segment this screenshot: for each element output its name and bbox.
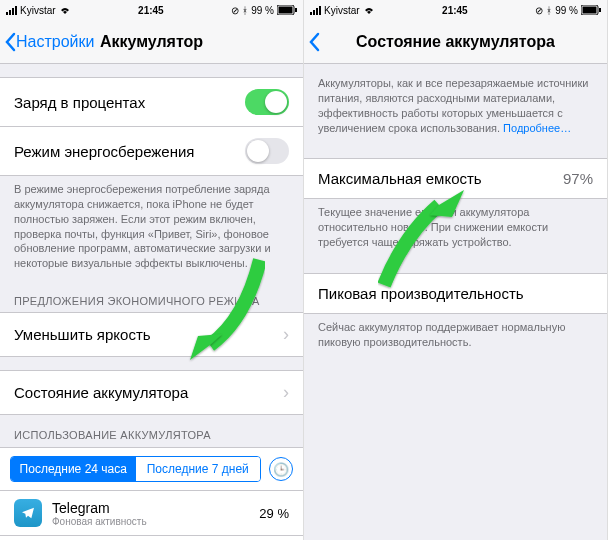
back-button[interactable]: Настройки [0, 32, 94, 52]
suggestions-header: ПРЕДЛОЖЕНИЯ ЭКОНОМИЧНОГО РЕЖИМА [0, 281, 303, 313]
chevron-right-icon: › [283, 324, 289, 345]
row-peak-performance: Пиковая производительность [304, 273, 607, 314]
clock-label: 21:45 [138, 5, 164, 16]
intro-note: Аккумуляторы, как и все перезаряжаемые и… [304, 64, 607, 145]
app-name: Telegram [52, 500, 249, 516]
app-row-instagram[interactable]: Instagram Фоновая активность 19 % [0, 535, 303, 540]
battery-pct: 99 % [555, 5, 578, 16]
row-max-capacity: Максимальная емкость 97% [304, 158, 607, 199]
row-label: Состояние аккумулятора [14, 384, 188, 401]
app-percent: 29 % [259, 506, 289, 521]
chevron-right-icon: › [283, 382, 289, 403]
back-label: Настройки [16, 33, 94, 51]
svg-rect-8 [599, 8, 601, 12]
phone-right: Kyivstar 21:45 ⊘ ᚼ 99 % Состояние аккуму… [304, 0, 608, 540]
battery-icon [581, 5, 601, 15]
max-capacity-note: Текущее значение емкости аккумулятора от… [304, 199, 607, 260]
phone-left: Kyivstar 21:45 ⊘ ᚼ 99 % Настройки Аккуму… [0, 0, 304, 540]
row-label: Режим энергосбережения [14, 143, 194, 160]
segmented-control[interactable]: Последние 24 часа Последние 7 дней [10, 456, 261, 482]
row-label: Максимальная емкость [318, 170, 482, 187]
clock-icon: 🕒 [273, 462, 289, 477]
content-scroll[interactable]: Аккумуляторы, как и все перезаряжаемые и… [304, 64, 607, 540]
svg-rect-2 [295, 8, 297, 12]
signal-icon [6, 6, 17, 15]
row-label: Заряд в процентах [14, 94, 145, 111]
nav-bar: Настройки Аккумулятор [0, 20, 303, 64]
clock-label: 21:45 [442, 5, 468, 16]
nav-title: Состояние аккумулятора [304, 33, 607, 51]
chevron-left-icon [308, 32, 320, 52]
nav-bar: Состояние аккумулятора [304, 20, 607, 64]
app-sub: Фоновая активность [52, 516, 249, 527]
toggle-battery-percent[interactable] [245, 89, 289, 115]
row-battery-percent[interactable]: Заряд в процентах [0, 77, 303, 127]
battery-icon [277, 5, 297, 15]
battery-pct: 99 % [251, 5, 274, 16]
signal-icon [310, 6, 321, 15]
seg-7d[interactable]: Последние 7 дней [136, 457, 261, 481]
toggle-low-power[interactable] [245, 138, 289, 164]
bluetooth-icon: ᚼ [242, 5, 248, 16]
status-bar: Kyivstar 21:45 ⊘ ᚼ 99 % [0, 0, 303, 20]
wifi-icon [59, 6, 71, 15]
svg-rect-1 [279, 7, 293, 14]
app-row-telegram[interactable]: Telegram Фоновая активность 29 % [0, 490, 303, 535]
peak-note: Сейчас аккумулятор поддерживает нормальн… [304, 314, 607, 360]
wifi-icon [363, 6, 375, 15]
clock-button[interactable]: 🕒 [269, 457, 293, 481]
alarm-icon: ⊘ [535, 5, 543, 16]
telegram-icon [14, 499, 42, 527]
status-bar: Kyivstar 21:45 ⊘ ᚼ 99 % [304, 0, 607, 20]
low-power-note: В режиме энергосбережения потребление за… [0, 176, 303, 281]
row-label: Пиковая производительность [318, 285, 524, 302]
carrier-label: Kyivstar [20, 5, 56, 16]
svg-rect-7 [583, 7, 597, 14]
row-label: Уменьшить яркость [14, 326, 151, 343]
content-scroll[interactable]: Заряд в процентах Режим энергосбережения… [0, 64, 303, 540]
row-battery-health[interactable]: Состояние аккумулятора › [0, 370, 303, 415]
segmented-wrap: Последние 24 часа Последние 7 дней 🕒 [0, 447, 303, 490]
alarm-icon: ⊘ [231, 5, 239, 16]
carrier-label: Kyivstar [324, 5, 360, 16]
learn-more-link[interactable]: Подробнее… [503, 122, 571, 134]
back-button[interactable] [304, 32, 320, 52]
bluetooth-icon: ᚼ [546, 5, 552, 16]
row-reduce-brightness[interactable]: Уменьшить яркость › [0, 312, 303, 357]
usage-header: ИСПОЛЬЗОВАНИЕ АККУМУЛЯТОРА [0, 415, 303, 447]
row-low-power[interactable]: Режим энергосбережения [0, 126, 303, 176]
max-capacity-value: 97% [563, 170, 593, 187]
chevron-left-icon [4, 32, 16, 52]
seg-24h[interactable]: Последние 24 часа [11, 457, 136, 481]
